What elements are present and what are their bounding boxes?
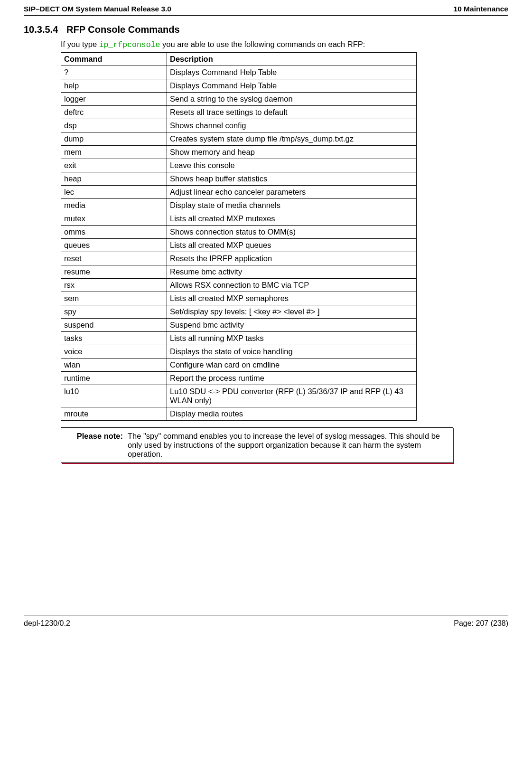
th-command: Command: [61, 53, 167, 66]
section-heading: 10.3.5.4 RFP Console Commands: [24, 24, 508, 35]
intro-code: ip_rfpconsole: [99, 40, 160, 49]
td-command: help: [61, 79, 167, 93]
section-title: RFP Console Commands: [66, 24, 180, 35]
footer-left: depl-1230/0.2: [24, 619, 70, 628]
td-description: Lists all created MXP mutexes: [167, 212, 417, 226]
header-left: SIP–DECT OM System Manual Release 3.0: [24, 5, 171, 13]
table-row: exitLeave this console: [61, 159, 417, 172]
note-label: Please note:: [66, 432, 126, 459]
td-command: reset: [61, 252, 167, 265]
td-description: Lists all running MXP tasks: [167, 332, 417, 345]
td-command: exit: [61, 159, 167, 172]
table-row: voiceDisplays the state of voice handlin…: [61, 345, 417, 358]
table-row: queuesLists all created MXP queues: [61, 239, 417, 252]
table-row: resetResets the IPRFP application: [61, 252, 417, 265]
td-description: Adjust linear echo canceler parameters: [167, 186, 417, 199]
note-text: The "spy" command enables you to increas…: [126, 432, 448, 459]
intro-suffix: you are able to use the following comman…: [160, 40, 365, 48]
table-row: resumeResume bmc activity: [61, 265, 417, 279]
td-command: suspend: [61, 319, 167, 332]
table-row: runtimeReport the process runtime: [61, 372, 417, 385]
table-row: mutexLists all created MXP mutexes: [61, 212, 417, 226]
td-description: Shows connection status to OMM(s): [167, 226, 417, 239]
table-row: helpDisplays Command Help Table: [61, 79, 417, 93]
th-description: Description: [167, 53, 417, 66]
table-row: deftrcResets all trace settings to defau…: [61, 106, 417, 119]
intro-prefix: If you type: [61, 40, 99, 48]
td-description: Displays Command Help Table: [167, 79, 417, 93]
td-description: Displays the state of voice handling: [167, 345, 417, 358]
td-command: tasks: [61, 332, 167, 345]
table-row: tasksLists all running MXP tasks: [61, 332, 417, 345]
td-description: Report the process runtime: [167, 372, 417, 385]
td-command: sem: [61, 292, 167, 305]
note-box: Please note: The "spy" command enables y…: [61, 427, 453, 463]
td-description: Lists all created MXP queues: [167, 239, 417, 252]
td-command: mroute: [61, 407, 167, 421]
table-row: wlanConfigure wlan card on cmdline: [61, 358, 417, 372]
table-row: lecAdjust linear echo canceler parameter…: [61, 186, 417, 199]
table-row: rsxAllows RSX connection to BMC via TCP: [61, 279, 417, 292]
table-row: lu10Lu10 SDU <-> PDU converter (RFP (L) …: [61, 385, 417, 407]
td-description: Creates system state dump file /tmp/sys_…: [167, 132, 417, 146]
td-command: logger: [61, 93, 167, 106]
footer-right: Page: 207 (238): [454, 619, 508, 628]
td-command: mem: [61, 146, 167, 159]
td-description: Show memory and heap: [167, 146, 417, 159]
td-description: Resets all trace settings to default: [167, 106, 417, 119]
section-number: 10.3.5.4: [24, 24, 58, 35]
table-row: suspendSuspend bmc activity: [61, 319, 417, 332]
td-description: Shows heap buffer statistics: [167, 172, 417, 186]
page-footer: depl-1230/0.2 Page: 207 (238): [24, 619, 508, 628]
td-description: Lists all created MXP semaphores: [167, 292, 417, 305]
table-row: ?Displays Command Help Table: [61, 66, 417, 79]
td-description: Leave this console: [167, 159, 417, 172]
header-right: 10 Maintenance: [454, 5, 508, 13]
td-command: runtime: [61, 372, 167, 385]
td-command: queues: [61, 239, 167, 252]
table-row: memShow memory and heap: [61, 146, 417, 159]
table-row: mrouteDisplay media routes: [61, 407, 417, 421]
td-description: Suspend bmc activity: [167, 319, 417, 332]
table-header-row: Command Description: [61, 53, 417, 66]
td-command: omms: [61, 226, 167, 239]
td-description: Display state of media channels: [167, 199, 417, 212]
td-command: rsx: [61, 279, 167, 292]
td-description: Send a string to the syslog daemon: [167, 93, 417, 106]
td-command: media: [61, 199, 167, 212]
header-divider: [24, 15, 508, 16]
td-description: Displays Command Help Table: [167, 66, 417, 79]
table-row: heapShows heap buffer statistics: [61, 172, 417, 186]
td-command: deftrc: [61, 106, 167, 119]
td-description: Shows channel config: [167, 119, 417, 132]
td-description: Lu10 SDU <-> PDU converter (RFP (L) 35/3…: [167, 385, 417, 407]
td-description: Configure wlan card on cmdline: [167, 358, 417, 372]
td-command: dsp: [61, 119, 167, 132]
intro-paragraph: If you type ip_rfpconsole you are able t…: [61, 40, 508, 49]
td-command: wlan: [61, 358, 167, 372]
td-command: lu10: [61, 385, 167, 407]
footer-divider: [24, 615, 508, 615]
td-command: spy: [61, 305, 167, 319]
table-row: ommsShows connection status to OMM(s): [61, 226, 417, 239]
table-row: mediaDisplay state of media channels: [61, 199, 417, 212]
table-row: dspShows channel config: [61, 119, 417, 132]
table-row: dumpCreates system state dump file /tmp/…: [61, 132, 417, 146]
td-command: dump: [61, 132, 167, 146]
commands-table: Command Description ?Displays Command He…: [61, 52, 417, 421]
td-command: heap: [61, 172, 167, 186]
td-description: Allows RSX connection to BMC via TCP: [167, 279, 417, 292]
td-description: Display media routes: [167, 407, 417, 421]
td-command: lec: [61, 186, 167, 199]
table-row: spySet/display spy levels: [ <key #> <le…: [61, 305, 417, 319]
td-description: Set/display spy levels: [ <key #> <level…: [167, 305, 417, 319]
page-header: SIP–DECT OM System Manual Release 3.0 10…: [24, 5, 508, 15]
td-description: Resume bmc activity: [167, 265, 417, 279]
td-command: ?: [61, 66, 167, 79]
table-row: semLists all created MXP semaphores: [61, 292, 417, 305]
td-command: mutex: [61, 212, 167, 226]
td-command: resume: [61, 265, 167, 279]
td-command: voice: [61, 345, 167, 358]
td-description: Resets the IPRFP application: [167, 252, 417, 265]
table-row: loggerSend a string to the syslog daemon: [61, 93, 417, 106]
